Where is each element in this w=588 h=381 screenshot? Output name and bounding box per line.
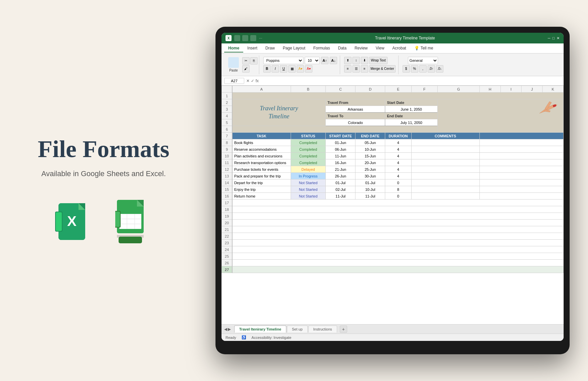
number-format-selector[interactable]: General xyxy=(408,57,438,64)
cell-reference-input[interactable] xyxy=(224,78,244,84)
table-row[interactable]: 12 Purchase tickets for events Delayed 2… xyxy=(222,166,564,173)
align-left-button[interactable]: ≡ xyxy=(344,65,351,73)
comments-cell[interactable] xyxy=(411,193,479,200)
start-date-cell[interactable]: 26-Jun xyxy=(326,173,355,179)
cut-button[interactable]: ✂ xyxy=(242,57,250,65)
decrease-decimal-button[interactable]: .0↓ xyxy=(436,65,443,73)
duration-cell[interactable]: 4 xyxy=(385,166,411,173)
status-cell[interactable]: Completed xyxy=(291,159,326,166)
minimize-btn[interactable]: ─ xyxy=(548,36,551,40)
end-date-cell[interactable]: 11-Jul xyxy=(355,193,385,200)
duration-cell[interactable]: 0 xyxy=(385,179,411,186)
paste-button[interactable]: Paste xyxy=(226,56,242,73)
duration-cell[interactable]: 4 xyxy=(385,146,411,153)
task-cell[interactable]: Pack and prepare for the trip xyxy=(232,173,291,179)
comments-cell[interactable] xyxy=(411,166,479,173)
task-cell[interactable]: Book flights xyxy=(232,139,291,146)
col-f-header[interactable]: F xyxy=(411,86,437,93)
col-d-header[interactable]: D xyxy=(355,86,385,93)
align-center-button[interactable]: ☰ xyxy=(352,65,360,73)
tab-home[interactable]: Home xyxy=(224,44,243,52)
comments-cell[interactable] xyxy=(411,179,479,186)
tab-view[interactable]: View xyxy=(372,44,389,52)
next-sheet-button[interactable]: ▶ xyxy=(228,327,231,332)
col-j-header[interactable]: J xyxy=(522,86,543,93)
insert-function-icon[interactable]: fx xyxy=(256,79,259,83)
empty-cell[interactable] xyxy=(232,253,564,260)
table-row[interactable]: 8 Book flights Completed 01-Jun 05-Jun 4 xyxy=(222,139,564,146)
formula-input[interactable] xyxy=(261,79,561,83)
start-date-cell[interactable]: 16-Jun xyxy=(326,159,355,166)
prev-sheet-button[interactable]: ◀ xyxy=(224,327,227,332)
confirm-formula-icon[interactable]: ✓ xyxy=(251,79,254,83)
task-cell[interactable]: Reserve accommodations xyxy=(232,146,291,153)
task-cell[interactable]: Depart for the trip xyxy=(232,179,291,186)
duration-cell[interactable]: 4 xyxy=(385,139,411,146)
table-row[interactable]: 13 Pack and prepare for the trip In Prog… xyxy=(222,173,564,179)
col-i-header[interactable]: I xyxy=(500,86,522,93)
status-cell[interactable]: Not Started xyxy=(291,179,326,186)
status-cell[interactable]: Delayed xyxy=(291,166,326,173)
tab-formulas[interactable]: Formulas xyxy=(309,44,334,52)
duration-cell[interactable]: 8 xyxy=(385,186,411,193)
empty-cell[interactable] xyxy=(232,220,564,226)
col-b-header[interactable]: B xyxy=(291,86,326,93)
empty-cell[interactable] xyxy=(232,206,564,213)
travel-to-value-cell[interactable]: Colorado xyxy=(326,119,385,126)
start-date-cell[interactable]: 02-Jul xyxy=(326,186,355,193)
comments-cell[interactable] xyxy=(411,139,479,146)
start-date-cell[interactable]: 01-Jul xyxy=(326,179,355,186)
close-btn[interactable]: ✕ xyxy=(557,36,560,40)
empty-cell[interactable] xyxy=(232,213,564,220)
end-date-cell[interactable]: 10-Jun xyxy=(355,146,385,153)
tab-review[interactable]: Review xyxy=(350,44,372,52)
duration-cell[interactable]: 4 xyxy=(385,173,411,179)
table-row[interactable]: 15 Enjoy the trip Not Started 02-Jul 10-… xyxy=(222,186,564,193)
active-cell[interactable] xyxy=(232,266,564,273)
table-row[interactable]: 16 Return home Not Started 11-Jul 11-Jul… xyxy=(222,193,564,200)
col-k-header[interactable]: K xyxy=(543,86,564,93)
align-bottom-button[interactable]: ⬇ xyxy=(361,57,368,64)
save-icon[interactable] xyxy=(234,35,240,41)
tab-tell-me[interactable]: 💡 Tell me xyxy=(410,44,437,52)
align-middle-button[interactable]: ↕ xyxy=(352,57,360,64)
tab-acrobat[interactable]: Acrobat xyxy=(388,44,410,52)
task-cell[interactable]: Plan activities and excursions xyxy=(232,153,291,159)
status-cell[interactable]: In Progress xyxy=(291,173,326,179)
copy-button[interactable]: ⎘ xyxy=(250,57,258,65)
end-date-cell[interactable]: 01-Jul xyxy=(355,179,385,186)
duration-cell[interactable]: 4 xyxy=(385,153,411,159)
fill-color-button[interactable]: A▾ xyxy=(297,65,304,73)
start-date-cell[interactable]: 01-Jun xyxy=(326,139,355,146)
task-cell[interactable]: Enjoy the trip xyxy=(232,186,291,193)
border-button[interactable]: ▦ xyxy=(288,65,296,73)
col-e-header[interactable]: E xyxy=(385,86,411,93)
comments-cell[interactable] xyxy=(411,159,479,166)
start-date-cell[interactable]: 11-Jul xyxy=(326,193,355,200)
col-h-header[interactable]: H xyxy=(479,86,500,93)
tab-data[interactable]: Data xyxy=(334,44,350,52)
increase-decimal-button[interactable]: .0↑ xyxy=(428,65,435,73)
undo-icon[interactable] xyxy=(242,35,248,41)
travel-from-value-cell[interactable]: Arkansas xyxy=(326,106,385,113)
empty-cell[interactable] xyxy=(232,233,564,240)
align-right-button[interactable]: ≡ xyxy=(361,65,368,73)
status-cell[interactable]: Not Started xyxy=(291,186,326,193)
tab-draw[interactable]: Draw xyxy=(261,44,279,52)
end-date-cell[interactable]: 20-Jun xyxy=(355,159,385,166)
status-cell[interactable]: Completed xyxy=(291,153,326,159)
comments-cell[interactable] xyxy=(411,146,479,153)
cancel-formula-icon[interactable]: ✕ xyxy=(246,79,250,83)
col-g-header[interactable]: G xyxy=(438,86,480,93)
start-date-cell[interactable]: 21-Jun xyxy=(326,166,355,173)
end-date-cell[interactable]: 30-Jun xyxy=(355,173,385,179)
start-date-value-cell[interactable]: June 1, 2050 xyxy=(385,106,438,113)
empty-cell[interactable] xyxy=(232,200,564,206)
table-row[interactable]: 9 Reserve accommodations Completed 06-Ju… xyxy=(222,146,564,153)
table-row[interactable]: 10 Plan activities and excursions Comple… xyxy=(222,153,564,159)
start-date-cell[interactable]: 11-Jun xyxy=(326,153,355,159)
sheet-tab-timeline[interactable]: Travel Itenirary Timeline xyxy=(234,326,286,333)
comments-cell[interactable] xyxy=(411,186,479,193)
comments-cell[interactable] xyxy=(411,173,479,179)
font-selector[interactable]: Poppins xyxy=(263,57,303,64)
